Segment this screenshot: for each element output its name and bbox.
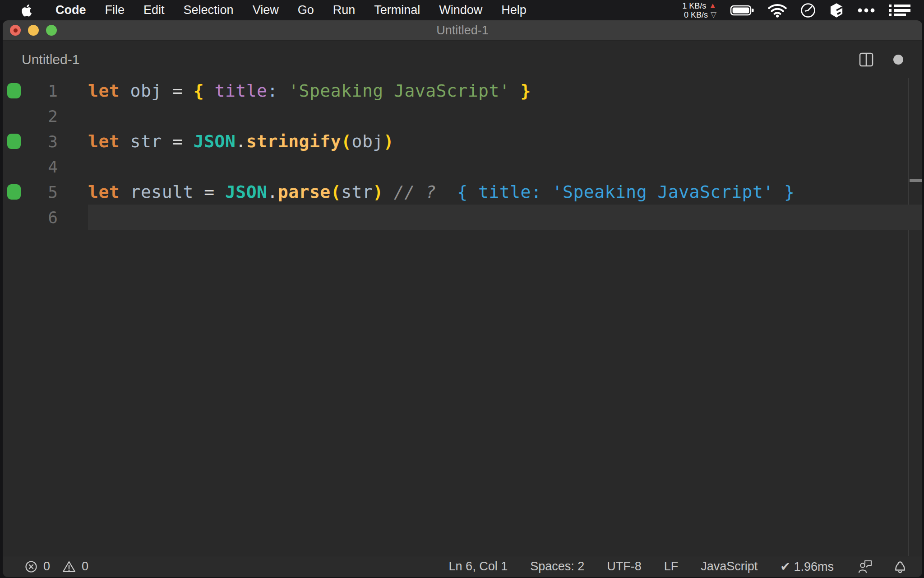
token-op: .	[267, 182, 277, 202]
token-op: .	[236, 131, 246, 151]
current-line-highlight	[88, 205, 922, 230]
line-number: 1	[25, 82, 58, 100]
minimize-button[interactable]	[28, 25, 39, 36]
download-speed: 0 KB/s	[684, 10, 708, 19]
upload-arrow-icon: ▲	[709, 2, 716, 9]
menu-items: CodeFileEditSelectionViewGoRunTerminalWi…	[46, 3, 536, 17]
zoom-button[interactable]	[46, 25, 57, 36]
code-text: let str = JSON.stringify(obj)	[58, 131, 394, 151]
token-br: (	[341, 131, 351, 151]
status-cursor-position[interactable]: Ln 6, Col 1	[449, 559, 508, 573]
status-quokka-timing[interactable]: ✔ 1.96ms	[780, 559, 834, 574]
token-br: )	[383, 131, 394, 151]
apple-menu[interactable]	[15, 4, 40, 17]
token-id: result	[120, 182, 204, 202]
download-arrow-icon: ▽	[711, 11, 716, 19]
gutter-marker-green	[7, 184, 21, 200]
code-line-4[interactable]: 4	[3, 154, 922, 179]
code-line-6[interactable]: 6	[3, 205, 922, 230]
battery-icon[interactable]	[730, 4, 754, 17]
gutter-marker-green	[7, 83, 21, 98]
modified-indicator[interactable]	[893, 55, 903, 65]
status-encoding[interactable]: UTF-8	[607, 559, 642, 573]
token-res: { title: 'Speaking JavaScript' }	[436, 182, 795, 202]
menu-window[interactable]: Window	[430, 3, 492, 17]
box-icon[interactable]	[829, 3, 844, 18]
gutter-cell[interactable]	[3, 103, 25, 129]
line-number: 3	[25, 132, 58, 151]
line-number: 2	[25, 107, 58, 126]
status-bar-right: Ln 6, Col 1Spaces: 2UTF-8LFJavaScript✔ 1…	[449, 559, 834, 574]
notifications-bell-icon[interactable]	[893, 559, 907, 574]
vscode-window: Untitled-1 Untitled-1 1let obj = { title…	[3, 20, 922, 577]
list-icon[interactable]	[889, 4, 910, 17]
token-kw: let	[88, 182, 120, 202]
menu-bar-status-items: 1 KB/s ▲ 0 KB/s ▽	[682, 1, 910, 19]
window-title-bar[interactable]: Untitled-1	[3, 20, 922, 41]
code-line-2[interactable]: 2	[3, 103, 922, 129]
more-icon[interactable]	[857, 8, 875, 13]
token-str: 'Speaking JavaScript'	[288, 81, 510, 101]
token-br: (	[331, 182, 341, 202]
token-id: obj	[352, 131, 383, 151]
apple-icon	[22, 4, 33, 17]
token-fn: parse	[278, 182, 331, 202]
feedback-icon[interactable]	[857, 559, 873, 574]
error-count: 0	[43, 559, 50, 573]
close-button[interactable]	[10, 25, 21, 36]
code-line-3[interactable]: 3let str = JSON.stringify(obj)	[3, 129, 922, 154]
clock-icon[interactable]	[800, 3, 816, 18]
status-language-mode[interactable]: JavaScript	[701, 559, 758, 573]
wifi-icon[interactable]	[768, 3, 787, 18]
menu-go[interactable]: Go	[288, 3, 323, 17]
gutter-cell[interactable]	[3, 205, 25, 230]
tab-untitled-1[interactable]: Untitled-1	[22, 52, 79, 67]
window-title: Untitled-1	[436, 23, 489, 37]
code-editor[interactable]: 1let obj = { title: 'Speaking JavaScript…	[3, 78, 922, 556]
network-speed-indicator[interactable]: 1 KB/s ▲ 0 KB/s ▽	[682, 1, 716, 19]
gutter-cell[interactable]	[3, 154, 25, 179]
code-line-5[interactable]: 5let result = JSON.parse(str) // ? { tit…	[3, 179, 922, 205]
menu-run[interactable]: Run	[323, 3, 365, 17]
traffic-lights	[10, 20, 57, 40]
menu-selection[interactable]: Selection	[174, 3, 243, 17]
menu-view[interactable]: View	[243, 3, 288, 17]
split-editor-icon[interactable]	[858, 51, 874, 68]
token-fn: stringify	[246, 131, 341, 151]
gutter-cell[interactable]	[3, 129, 25, 154]
status-indentation[interactable]: Spaces: 2	[530, 559, 584, 573]
code-text: let result = JSON.parse(str) // ? { titl…	[58, 182, 795, 202]
token-kw: let	[88, 131, 120, 151]
token-br: )	[373, 182, 383, 202]
token-prop: title	[215, 81, 268, 101]
menu-code[interactable]: Code	[46, 3, 96, 17]
gutter-cell[interactable]	[3, 179, 25, 205]
gutter-marker-green	[7, 134, 21, 149]
gutter-cell[interactable]	[3, 78, 25, 103]
warning-icon	[62, 560, 76, 573]
token-kw: let	[88, 81, 120, 101]
line-number: 6	[25, 208, 58, 227]
status-bar: 0 0 Ln 6, Col 1Spaces: 2UTF-8LFJavaScrip…	[3, 556, 922, 577]
menu-terminal[interactable]: Terminal	[365, 3, 430, 17]
token-id: str	[341, 182, 373, 202]
upload-speed: 1 KB/s	[682, 1, 706, 10]
status-eol[interactable]: LF	[664, 559, 679, 573]
token-id: str	[120, 131, 172, 151]
line-number: 5	[25, 183, 58, 201]
token-op: =	[172, 81, 194, 101]
token-br: {	[194, 81, 215, 101]
line-number: 4	[25, 158, 58, 176]
menu-help[interactable]: Help	[492, 3, 536, 17]
macos-menu-bar: CodeFileEditSelectionViewGoRunTerminalWi…	[0, 0, 924, 20]
editor-title-row: Untitled-1	[3, 41, 922, 78]
token-colon: :	[267, 81, 277, 101]
token-plain	[510, 81, 520, 101]
menu-edit[interactable]: Edit	[134, 3, 174, 17]
menu-file[interactable]: File	[96, 3, 134, 17]
token-cmt: // ?	[383, 182, 436, 202]
token-plain	[278, 81, 288, 101]
code-line-1[interactable]: 1let obj = { title: 'Speaking JavaScript…	[3, 78, 922, 103]
problems-indicator[interactable]: 0 0	[24, 559, 95, 573]
warning-count: 0	[82, 559, 88, 573]
